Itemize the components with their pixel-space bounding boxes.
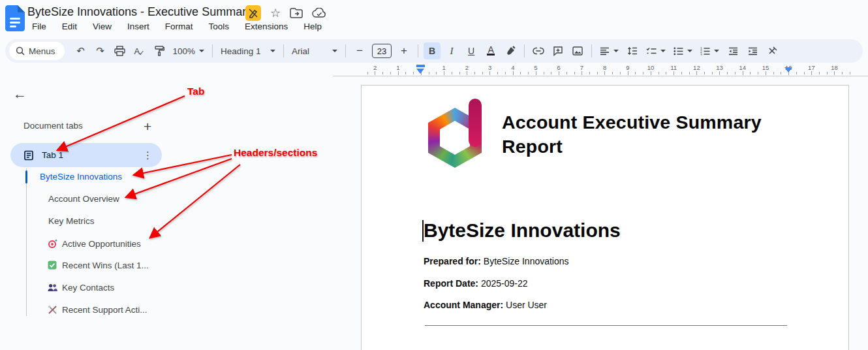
ruler-tick <box>544 72 544 74</box>
font-family-value: Arial <box>292 46 309 56</box>
move-folder-icon[interactable] <box>290 8 303 18</box>
highlight-color-button[interactable] <box>502 42 519 59</box>
report-title-heading[interactable]: Account Executive Summary Report <box>502 110 776 159</box>
ruler-number: 6 <box>557 64 561 71</box>
prepared-for-line[interactable]: Prepared for: ByteSize Innovations <box>424 256 569 266</box>
ruler-tick <box>850 72 850 74</box>
report-date-line[interactable]: Report Date: 2025-09-22 <box>424 278 528 289</box>
ruler-tick <box>505 72 506 74</box>
outline-item-bytesize-innovations[interactable]: ByteSize Innovations <box>40 172 122 182</box>
font-size-input[interactable]: 23 <box>372 44 392 58</box>
undo-button[interactable]: ↶ <box>72 42 89 59</box>
ruler-tick <box>536 71 536 75</box>
menus-search-label: Menus <box>29 46 55 56</box>
ruler-tick <box>559 71 559 75</box>
add-comment-button[interactable] <box>550 42 566 59</box>
ruler-tick <box>796 72 797 74</box>
editing-disabled-icon[interactable] <box>245 5 261 21</box>
star-icon[interactable]: ☆ <box>270 6 281 20</box>
align-left-icon <box>600 47 610 56</box>
menus-search[interactable]: Menus <box>9 42 65 60</box>
ruler-tick <box>581 71 582 75</box>
ruler-tick <box>620 72 621 74</box>
underline-button[interactable]: U <box>463 42 480 59</box>
toolbar-divider <box>524 44 525 57</box>
outline-item-recent-support[interactable]: Recent Support Acti... <box>47 304 147 315</box>
print-button[interactable] <box>112 42 129 59</box>
annotation-sections-label: Headers/sections <box>234 147 317 159</box>
menu-format[interactable]: Format <box>161 20 198 33</box>
ruler-tick <box>743 71 743 75</box>
search-icon <box>16 46 25 56</box>
ruler-tick <box>459 72 460 74</box>
font-family-select[interactable]: Arial <box>288 42 341 59</box>
menu-edit[interactable]: Edit <box>57 20 82 33</box>
tab-options-icon[interactable]: ⋮ <box>143 150 153 161</box>
right-indent-marker[interactable] <box>784 67 792 72</box>
ruler-number: 13 <box>716 64 723 71</box>
ruler-tick <box>758 72 758 74</box>
account-manager-line[interactable]: Account Manager: User User <box>424 300 547 310</box>
spellcheck-button[interactable]: A✓ <box>131 42 148 59</box>
outline-item-active-opportunities[interactable]: Active Opportunities <box>47 238 141 249</box>
redo-button[interactable]: ↷ <box>92 42 109 59</box>
ruler-tick <box>766 71 766 75</box>
line-spacing-button[interactable] <box>624 42 641 59</box>
insert-link-button[interactable] <box>530 42 547 59</box>
menu-extensions[interactable]: Extensions <box>240 20 292 33</box>
numbered-list-button[interactable]: 123 <box>696 42 723 59</box>
ruler-tick <box>413 72 414 74</box>
company-heading[interactable]: ByteSize Innovations <box>424 219 621 242</box>
checklist-button[interactable] <box>642 42 670 59</box>
italic-button[interactable]: I <box>443 42 460 59</box>
decrease-indent-button[interactable] <box>724 42 741 59</box>
ruler-number: 1 <box>396 64 399 71</box>
paint-format-button[interactable] <box>151 42 168 59</box>
chevron-down-icon <box>714 50 719 52</box>
menu-help[interactable]: Help <box>299 20 326 33</box>
google-docs-logo[interactable] <box>5 5 25 31</box>
toolbar-divider <box>345 44 346 57</box>
menu-view[interactable]: View <box>88 20 116 33</box>
text-color-button[interactable]: A <box>482 42 499 59</box>
align-button[interactable] <box>596 42 623 59</box>
tab-1-item[interactable]: Tab 1 ⋮ <box>10 143 162 167</box>
bold-button[interactable]: B <box>424 42 441 59</box>
google-docs-app: ByteSize Innovations - Executive Summary… <box>0 0 868 350</box>
tools-icon <box>47 304 57 315</box>
ruler-tick <box>811 71 812 75</box>
add-tab-button[interactable]: + <box>140 118 155 136</box>
cloud-saved-icon[interactable] <box>312 8 326 18</box>
zoom-select[interactable]: 100% <box>169 42 209 59</box>
decrease-font-size-button[interactable]: − <box>351 42 368 59</box>
bulleted-list-button[interactable] <box>670 42 696 59</box>
outline-item-key-contacts[interactable]: Key Contacts <box>47 282 114 293</box>
menu-file[interactable]: File <box>27 20 51 33</box>
ruler[interactable]: 21123456789101112131415161718 <box>0 64 868 76</box>
document-title[interactable]: ByteSize Innovations - Executive Summary <box>27 5 252 19</box>
ruler-number: 12 <box>693 64 700 71</box>
increase-font-size-button[interactable]: + <box>395 42 412 59</box>
chevron-down-icon <box>270 50 275 52</box>
annotation-tab-label: Tab <box>187 86 204 97</box>
increase-indent-button[interactable] <box>744 42 761 59</box>
outline-item-key-metrics[interactable]: Key Metrics <box>48 216 95 226</box>
first-line-indent-marker[interactable] <box>416 65 425 67</box>
ruler-tick <box>405 72 406 74</box>
clear-formatting-button[interactable] <box>764 42 781 59</box>
left-indent-marker[interactable] <box>416 69 424 74</box>
paragraph-style-select[interactable]: Heading 1 <box>217 42 279 59</box>
insert-image-button[interactable] <box>569 42 586 59</box>
outline-item-recent-wins[interactable]: Recent Wins (Last 1... <box>47 260 149 270</box>
ruler-number: 2 <box>373 64 377 71</box>
menu-tools[interactable]: Tools <box>204 20 234 33</box>
menu-insert[interactable]: Insert <box>123 20 154 33</box>
outline-item-account-overview[interactable]: Account Overview <box>48 194 119 204</box>
back-arrow-icon[interactable]: ← <box>13 86 27 102</box>
ruler-tick <box>727 72 728 74</box>
document-page[interactable]: Account Executive Summary Report ByteSiz… <box>361 85 849 350</box>
numbered-list-icon: 123 <box>700 47 710 56</box>
ruler-number: 5 <box>534 64 537 71</box>
ruler-tick <box>659 72 659 74</box>
outline-active-indicator <box>25 170 27 183</box>
